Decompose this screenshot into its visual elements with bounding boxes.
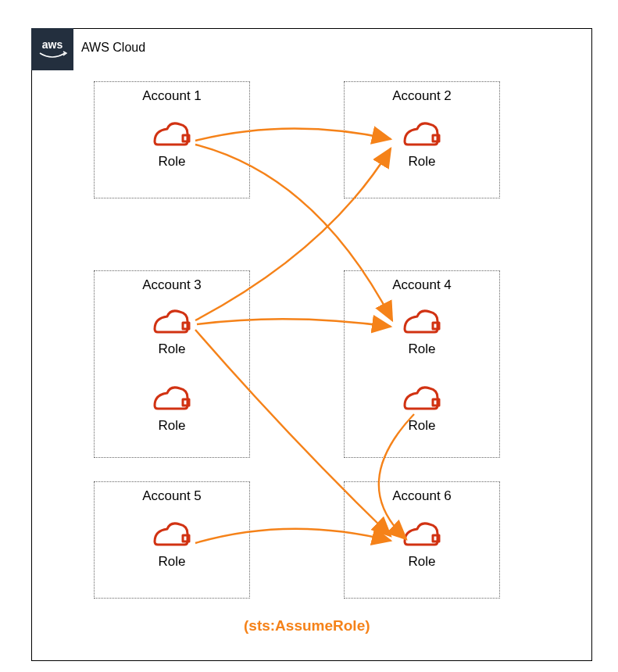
account-1-title: Account 1 xyxy=(95,88,249,104)
account-box-1: Account 1 Role xyxy=(94,81,250,198)
account-3-role-1: Role xyxy=(95,302,249,357)
role-label: Role xyxy=(345,341,499,357)
role-icon xyxy=(398,515,445,549)
role-icon xyxy=(148,115,195,149)
account-6-title: Account 6 xyxy=(345,488,499,504)
role-label: Role xyxy=(345,554,499,570)
role-label: Role xyxy=(95,341,249,357)
role-label: Role xyxy=(95,554,249,570)
diagram-canvas: aws AWS Cloud Account 1 Role Account 2 R… xyxy=(0,0,618,672)
role-icon xyxy=(148,379,195,413)
account-box-4: Account 4 Role Role xyxy=(344,270,500,458)
account-3-role-2: Role xyxy=(95,379,249,434)
aws-logo-icon: aws xyxy=(31,28,73,70)
account-5-title: Account 5 xyxy=(95,488,249,504)
role-icon xyxy=(398,379,445,413)
role-label: Role xyxy=(345,154,499,170)
footer-label: (sts:AssumeRole) xyxy=(244,617,370,634)
account-box-6: Account 6 Role xyxy=(344,481,500,599)
role-icon xyxy=(398,302,445,337)
role-label: Role xyxy=(95,154,249,170)
role-label: Role xyxy=(345,418,499,434)
account-box-5: Account 5 Role xyxy=(94,481,250,599)
account-3-title: Account 3 xyxy=(95,277,249,293)
aws-logo-text: aws xyxy=(42,38,63,51)
role-icon xyxy=(398,115,445,149)
account-2-role-1: Role xyxy=(345,115,499,170)
account-4-role-2: Role xyxy=(345,379,499,434)
account-5-role-1: Role xyxy=(95,515,249,570)
cloud-title: AWS Cloud xyxy=(81,41,145,55)
account-4-role-1: Role xyxy=(345,302,499,357)
account-2-title: Account 2 xyxy=(345,88,499,104)
account-1-role-1: Role xyxy=(95,115,249,170)
account-6-role-1: Role xyxy=(345,515,499,570)
role-label: Role xyxy=(95,418,249,434)
account-box-2: Account 2 Role xyxy=(344,81,500,198)
role-icon xyxy=(148,302,195,337)
account-4-title: Account 4 xyxy=(345,277,499,293)
account-box-3: Account 3 Role Role xyxy=(94,270,250,458)
role-icon xyxy=(148,515,195,549)
